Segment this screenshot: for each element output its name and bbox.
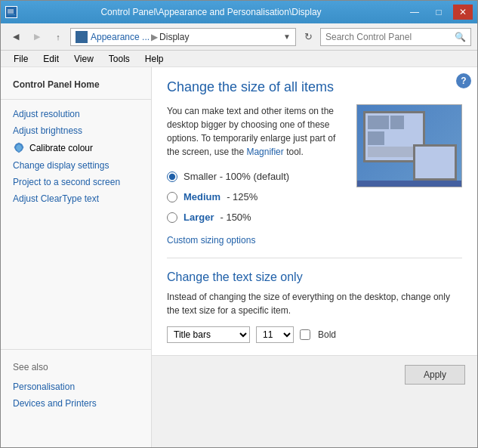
- sidebar: Control Panel Home Adjust resolution Adj…: [1, 67, 152, 447]
- section-divider: [167, 258, 462, 258]
- bold-checkbox[interactable]: [300, 329, 310, 340]
- sidebar-adjust-brightness[interactable]: Adjust brightness: [1, 122, 151, 139]
- up-button[interactable]: ↑: [49, 28, 67, 46]
- search-box: 🔍: [320, 28, 471, 46]
- back-button[interactable]: ◀: [7, 28, 25, 46]
- bottom-bar: Apply: [152, 355, 477, 393]
- item-type-select[interactable]: Title bars Menus Message boxes Palette t…: [167, 326, 250, 343]
- search-input[interactable]: [325, 32, 452, 42]
- text-size-title: Change the text size only: [167, 270, 462, 284]
- menu-file[interactable]: File: [7, 51, 35, 66]
- svg-rect-2: [8, 14, 15, 15]
- address-separator: ▶: [151, 32, 158, 42]
- apply-button[interactable]: Apply: [405, 365, 465, 385]
- main-content: Control Panel Home Adjust resolution Adj…: [1, 67, 477, 447]
- svg-rect-1: [8, 9, 14, 14]
- menu-tools[interactable]: Tools: [102, 51, 137, 66]
- radio-medium-label: Medium: [183, 191, 220, 202]
- maximize-button[interactable]: □: [429, 5, 449, 20]
- sidebar-control-panel-home[interactable]: Control Panel Home: [1, 76, 151, 93]
- window-title: Control Panel\Appearance and Personalisa…: [22, 7, 400, 17]
- preview-inner: [356, 104, 462, 187]
- description-section: You can make text and other items on the…: [167, 104, 462, 246]
- preview-monitor-small: [413, 144, 457, 181]
- radio-smaller-label: Smaller - 100% (default): [183, 171, 289, 182]
- font-size-select[interactable]: 8 9 10 11 12 14 16 18: [256, 326, 294, 343]
- menu-bar: File Edit View Tools Help: [1, 51, 477, 67]
- sidebar-calibrate-label: Calibrate colour: [29, 143, 93, 153]
- address-part2: Display: [159, 32, 189, 42]
- address-bar: Appearance ... ▶ Display ▼: [70, 28, 296, 46]
- radio-medium[interactable]: Medium - 125%: [167, 191, 344, 202]
- address-parts: Appearance ... ▶ Display: [91, 32, 189, 42]
- text-size-desc: Instead of changing the size of everythi…: [167, 290, 462, 317]
- display-preview: [356, 104, 462, 187]
- custom-sizing-link[interactable]: Custom sizing options: [167, 235, 255, 246]
- bold-label: Bold: [318, 329, 336, 340]
- refresh-button[interactable]: ↻: [299, 28, 317, 46]
- menu-edit[interactable]: Edit: [36, 51, 66, 66]
- menu-view[interactable]: View: [67, 51, 100, 66]
- address-part1[interactable]: Appearance ...: [91, 32, 150, 42]
- radio-medium-suffix: - 125%: [227, 191, 258, 202]
- menu-help[interactable]: Help: [138, 51, 171, 66]
- controls-row: Title bars Menus Message boxes Palette t…: [167, 326, 462, 343]
- radio-smaller[interactable]: Smaller - 100% (default): [167, 171, 344, 182]
- app-icon: [5, 6, 17, 18]
- sidebar-calibrate-colour[interactable]: Calibrate colour: [1, 139, 151, 157]
- radio-larger[interactable]: Larger - 150%: [167, 212, 462, 223]
- radio-larger-label: Larger: [183, 212, 214, 223]
- radio-smaller-input[interactable]: [167, 171, 177, 182]
- content-area: ? Change the size of all items: [152, 67, 477, 355]
- address-dropdown-icon[interactable]: ▼: [283, 32, 291, 41]
- forward-button[interactable]: ▶: [28, 28, 46, 46]
- sidebar-change-display-settings[interactable]: Change display settings: [1, 157, 151, 174]
- shield-icon: [13, 142, 25, 154]
- see-also-label: See also: [1, 356, 151, 378]
- main-window: Control Panel\Appearance and Personalisa…: [0, 0, 478, 448]
- radio-larger-suffix: - 150%: [220, 212, 251, 223]
- address-icon: [76, 31, 88, 43]
- title-bar: Control Panel\Appearance and Personalisa…: [1, 1, 477, 23]
- sidebar-adjust-cleartype[interactable]: Adjust ClearType text: [1, 190, 151, 207]
- content-title: Change the size of all items: [167, 79, 462, 95]
- search-icon: 🔍: [455, 32, 466, 42]
- magnifier-link[interactable]: Magnifier: [246, 147, 283, 157]
- sidebar-adjust-resolution[interactable]: Adjust resolution: [1, 106, 151, 122]
- sidebar-divider-2: [1, 349, 151, 350]
- preview-taskbar: [357, 181, 461, 187]
- sidebar-devices-printers[interactable]: Devices and Printers: [1, 395, 151, 412]
- sidebar-divider-1: [1, 99, 151, 100]
- close-button[interactable]: ✕: [453, 5, 473, 20]
- radio-medium-input[interactable]: [167, 192, 177, 202]
- minimize-button[interactable]: —: [405, 5, 424, 20]
- help-icon[interactable]: ?: [456, 73, 471, 88]
- preview-screen-small: [415, 147, 455, 178]
- radio-larger-input[interactable]: [167, 212, 177, 223]
- content-wrapper: ? Change the size of all items: [152, 67, 477, 447]
- sidebar-personalisation[interactable]: Personalisation: [1, 378, 151, 395]
- sidebar-project-second-screen[interactable]: Project to a second screen: [1, 174, 151, 190]
- nav-bar: ◀ ▶ ↑ Appearance ... ▶ Display ▼ ↻ 🔍: [1, 23, 477, 51]
